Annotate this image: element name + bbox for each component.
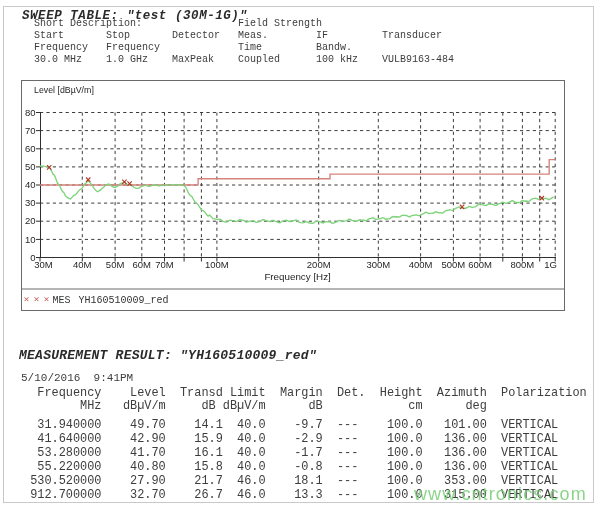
svg-text:60: 60 bbox=[25, 143, 36, 154]
svg-text:50: 50 bbox=[25, 161, 36, 172]
svg-text:Frequency [Hz]: Frequency [Hz] bbox=[264, 271, 331, 282]
svg-text:MES: MES bbox=[53, 295, 71, 306]
svg-text:1G: 1G bbox=[544, 259, 557, 270]
svg-text:60M: 60M bbox=[133, 259, 152, 270]
svg-text:300M: 300M bbox=[366, 259, 390, 270]
svg-text:600M: 600M bbox=[468, 259, 492, 270]
svg-text:70: 70 bbox=[25, 124, 36, 135]
svg-text:40M: 40M bbox=[73, 259, 92, 270]
svg-text:500M: 500M bbox=[442, 259, 466, 270]
svg-text:70M: 70M bbox=[155, 259, 174, 270]
svg-text:100M: 100M bbox=[205, 259, 229, 270]
svg-text:10: 10 bbox=[25, 233, 36, 244]
svg-text:400M: 400M bbox=[409, 259, 433, 270]
svg-text:30: 30 bbox=[25, 197, 36, 208]
svg-text:20: 20 bbox=[25, 215, 36, 226]
svg-text:40: 40 bbox=[25, 179, 36, 190]
svg-text:50M: 50M bbox=[106, 259, 125, 270]
svg-text:30M: 30M bbox=[34, 259, 53, 270]
svg-text:YH160510009_red: YH160510009_red bbox=[79, 295, 169, 306]
svg-text:80: 80 bbox=[25, 106, 36, 117]
svg-text:800M: 800M bbox=[511, 259, 535, 270]
svg-text:200M: 200M bbox=[307, 259, 331, 270]
